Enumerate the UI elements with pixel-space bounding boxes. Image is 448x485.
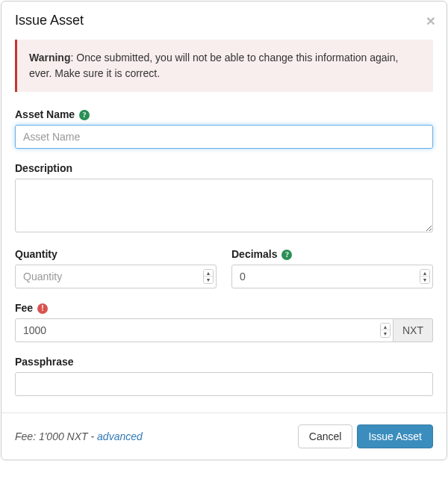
warning-text: : Once submitted, you will not be able t… xyxy=(29,52,398,79)
description-group: Description xyxy=(15,162,433,235)
modal-header: Issue Asset × xyxy=(1,1,447,40)
warning-alert: Warning: Once submitted, you will not be… xyxy=(15,40,433,92)
passphrase-label: Passphrase xyxy=(15,356,433,368)
alert-icon[interactable]: ! xyxy=(37,303,48,314)
quantity-input[interactable] xyxy=(15,265,217,288)
quantity-group: Quantity ▲▼ xyxy=(15,248,217,288)
fee-group: Fee ! ▲▼ NXT xyxy=(15,302,433,342)
help-icon[interactable]: ? xyxy=(79,110,90,120)
modal-body: Warning: Once submitted, you will not be… xyxy=(1,40,447,413)
asset-name-label-text: Asset Name xyxy=(15,108,75,120)
fee-stepper[interactable]: ▲▼ xyxy=(380,323,391,338)
asset-name-group: Asset Name ? xyxy=(15,108,433,149)
description-input[interactable] xyxy=(15,179,433,232)
decimals-group: Decimals ? ▲▼ xyxy=(231,248,433,288)
description-label: Description xyxy=(15,162,433,174)
quantity-label: Quantity xyxy=(15,248,217,260)
decimals-input[interactable] xyxy=(231,265,433,288)
advanced-link[interactable]: advanced xyxy=(97,430,143,442)
quantity-stepper[interactable]: ▲▼ xyxy=(203,269,214,284)
fee-label: Fee ! xyxy=(15,302,433,314)
fee-note-value: 1'000 NXT xyxy=(39,430,88,442)
modal-title: Issue Asset xyxy=(15,13,84,28)
asset-name-label: Asset Name ? xyxy=(15,108,433,120)
warning-prefix: Warning xyxy=(29,52,70,64)
submit-button[interactable]: Issue Asset xyxy=(357,424,433,448)
issue-asset-modal: Issue Asset × Warning: Once submitted, y… xyxy=(1,1,447,460)
decimals-label-text: Decimals xyxy=(231,248,277,260)
decimals-label: Decimals ? xyxy=(231,248,433,260)
modal-footer: Fee: 1'000 NXT - advanced Cancel Issue A… xyxy=(1,413,447,460)
passphrase-group: Passphrase xyxy=(15,356,433,396)
cancel-button[interactable]: Cancel xyxy=(298,424,353,448)
asset-name-input[interactable] xyxy=(15,125,433,149)
fee-unit: NXT xyxy=(393,318,433,342)
passphrase-input[interactable] xyxy=(15,372,433,396)
fee-input[interactable] xyxy=(15,318,393,342)
fee-note-label: Fee xyxy=(15,430,33,442)
help-icon[interactable]: ? xyxy=(281,250,292,260)
decimals-stepper[interactable]: ▲▼ xyxy=(420,269,430,284)
close-button[interactable]: × xyxy=(426,13,435,28)
fee-label-text: Fee xyxy=(15,302,33,314)
fee-note: Fee: 1'000 NXT - advanced xyxy=(15,430,293,442)
